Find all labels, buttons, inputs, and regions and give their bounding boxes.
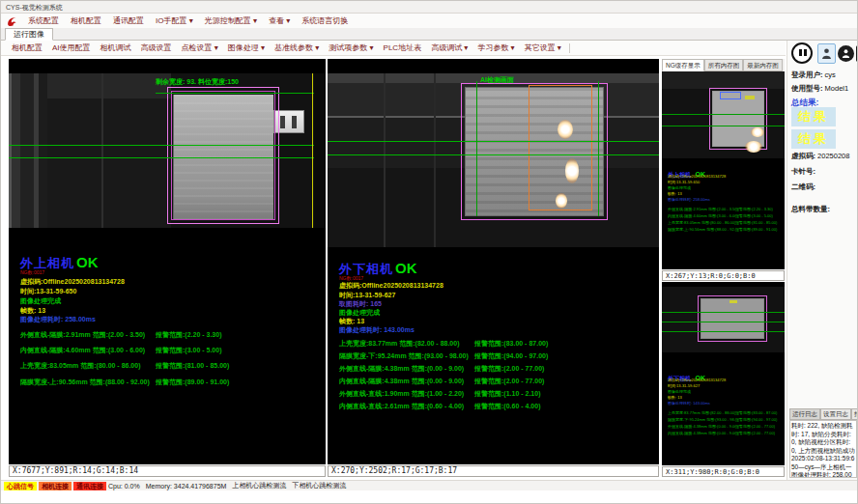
tab-run-log[interactable]: 运行日志 xyxy=(789,408,820,420)
frame-count-line: 帧数: 13 xyxy=(668,191,682,196)
login-user-value[interactable]: cys xyxy=(825,70,836,79)
tool-image-processing[interactable]: 图像处理 ▾ xyxy=(223,41,270,56)
login-user-label: 登录用户: xyxy=(791,70,823,79)
measure-line-1 xyxy=(9,145,326,146)
tool-plc-address-table[interactable]: PLC地址表 xyxy=(379,41,427,56)
tool-spot-check[interactable]: 点检设置 ▾ xyxy=(177,41,223,56)
pin-label: 卡针号: xyxy=(791,167,815,176)
virtual-code-line: 虚拟码:Offline2025020813134728 xyxy=(20,277,125,287)
measurement-row: 隔膜宽度-上:90.56mm 范围:(88.00 - 92.00)报警范围:(8… xyxy=(20,378,281,387)
virtual-code-line: 虚拟码:Offline2025020813134728 xyxy=(668,378,726,382)
virtual-code-line: 虚拟码:Offline2025020813134728 xyxy=(339,281,443,291)
view-tab-row: 运行图像 xyxy=(1,28,858,41)
menu-io-config[interactable]: IO手配置 ▾ xyxy=(150,14,199,28)
tool-baseline-params[interactable]: 基准线参数 ▾ xyxy=(270,41,324,56)
tool-advanced-debug[interactable]: 高级调试 ▾ xyxy=(426,41,472,56)
pixel-coord-readout-preview-lower: X:311;Y:980;R:0;G:0;B:0 xyxy=(662,466,785,477)
toolbar: 相机配置 AI使用配置 相机调试 高级设置 点检设置 ▾ 图像处理 ▾ 基准线参… xyxy=(1,41,786,56)
heartbeat-status-badge: 心跳信号 xyxy=(4,482,37,490)
preview-view-lower[interactable] xyxy=(662,287,785,352)
menu-camera-config[interactable]: 相机配置 xyxy=(65,14,107,28)
process-elapsed-line: 图像处理耗时: 143.00ms xyxy=(339,325,415,335)
cpu-usage: Cpu: 0.0% xyxy=(108,483,140,490)
menu-system-config[interactable]: 系统配置 xyxy=(22,14,65,28)
process-elapsed-line: 图像处理耗时: 143.00ms xyxy=(668,401,710,406)
measure-line-2 xyxy=(662,322,785,322)
measurement-row: 内侧直线-隔膜:4.60mm 范围:(3.00 - 6.00)报警范围:(3.0… xyxy=(20,346,281,355)
upper-camera-heartbeat-stream: 上相机心跳检测流 xyxy=(232,481,286,490)
tab-latest-memory-images[interactable]: 最新内存图 xyxy=(743,59,783,71)
roi-tick-yellow xyxy=(729,300,737,303)
pin-row: 卡针号: xyxy=(791,167,815,177)
lower-camera-heartbeat-stream: 下相机心跳检测流 xyxy=(292,481,346,490)
reflection-flare xyxy=(558,120,573,139)
frame-count-line: 帧数: 13 xyxy=(668,395,682,400)
measure-line-2 xyxy=(9,157,326,158)
camera-connect-badge: 相机连接 xyxy=(39,482,72,490)
reflection-flare xyxy=(556,193,567,209)
model-value[interactable]: Model1 xyxy=(825,84,849,93)
tab-all-memory-images[interactable]: 所有内存图 xyxy=(704,59,744,71)
window-title: CYS-视觉检测系统 xyxy=(6,4,63,11)
memory-usage: Memory: 3424.41796875M xyxy=(146,483,227,490)
image-edge xyxy=(314,73,326,228)
measurement-row: 上壳宽度:83.77mm 范围:(82.00 - 88.00)报警范围:(83.… xyxy=(339,339,600,349)
tool-learning-params[interactable]: 学习参数 ▾ xyxy=(472,41,519,56)
strip-count-row: 总料带数量: xyxy=(791,205,830,214)
camera-panel-lower: AI检测画面 外下相机OK NG数:0017 虚拟码:Offline202502… xyxy=(328,59,659,464)
preview-view-upper[interactable] xyxy=(662,71,785,158)
roi-box-blue xyxy=(720,92,741,99)
user-switch-button[interactable] xyxy=(838,45,854,62)
menu-view[interactable]: 查看 ▾ xyxy=(263,14,296,28)
menu-language-switch[interactable]: 系统语言切换 xyxy=(296,14,354,28)
measurement-row: 外侧直线-直线:1.90mm 范围:(1.00 - 2.20)报警范围:(1.1… xyxy=(339,389,600,399)
measurement-row: 隔膜宽度-上:90.56mm 范围:(88.00 - 92.00)报警范围:(8… xyxy=(668,227,782,232)
camera-name-label: 外上相机 xyxy=(20,256,74,270)
tool-camera-config[interactable]: 相机配置 xyxy=(7,41,47,56)
tab-error-log[interactable]: 报错日志 xyxy=(851,408,858,420)
model-row: 使用型号: Model1 xyxy=(791,84,848,94)
tab-run-image[interactable]: 运行图像 xyxy=(5,28,53,41)
user-dark-icon xyxy=(842,48,850,59)
run-log-text[interactable]: 耗时: 222, 缺陷检测耗时: 17, 缺陷分类耗时: 0, 缺陷视框分区耗时… xyxy=(789,420,857,478)
preview-panel-upper: 外上相机 OK 虚拟码:Offline2025020813134728 时间:1… xyxy=(662,71,785,269)
result-ok-label: OK xyxy=(76,254,99,270)
camera-name-label: 外下相机 xyxy=(339,262,393,276)
pixel-coord-readout-upper: X:7677;Y:891;R:14;G:14;B:14 xyxy=(9,465,326,477)
app-window: CYS-视觉检测系统 系统配置 相机配置 通讯配置 IO手配置 ▾ 光源控制配置… xyxy=(0,0,858,504)
reference-line-yellow xyxy=(312,73,313,228)
tool-camera-debug[interactable]: 相机调试 xyxy=(96,41,136,56)
camera-view-upper[interactable]: 剩余宽度: 93. 料位宽度:150 xyxy=(9,73,326,228)
measurement-row: 内侧直线-直线:2.61mm 范围:(0.60 - 4.00)报警范围:(0.6… xyxy=(339,402,600,411)
menu-comm-config[interactable]: 通讯配置 xyxy=(107,14,150,28)
current-user-button[interactable] xyxy=(817,43,836,64)
tool-advanced-settings[interactable]: 高级设置 xyxy=(136,41,177,56)
time-line: 时间:13-31-59-627 xyxy=(668,383,700,388)
pause-button[interactable] xyxy=(791,42,813,64)
app-logo-icon xyxy=(6,15,17,27)
tab-ng-cache[interactable]: NG缓存显示 xyxy=(662,59,704,71)
roi-box-magenta-inner xyxy=(171,91,275,220)
tool-ai-usage-config[interactable]: AI使用配置 xyxy=(47,41,96,56)
log-tab-row: 运行日志 设置日志 报错日志 xyxy=(789,408,858,420)
measurement-row: 内侧直线-隔膜:4.60mm 范围:(3.00 - 6.00)报警范围:(3.0… xyxy=(668,213,782,218)
process-status-line: 图像处理完成 xyxy=(668,389,691,394)
reflection-flare xyxy=(751,127,764,137)
ng-count-label: NG数:0017 xyxy=(20,269,44,275)
tool-other-settings[interactable]: 其它设置 ▾ xyxy=(520,41,566,56)
measurement-row: 内侧直线-隔膜:4.38mm 范围:(0.00 - 9.00)报警范围:(2.0… xyxy=(339,377,600,386)
virtual-code-line: 虚拟码:Offline2025020813134728 xyxy=(668,174,726,179)
process-status-line: 图像处理完成 xyxy=(668,185,691,190)
tab-settings-log[interactable]: 设置日志 xyxy=(820,408,851,420)
measurement-row: 外侧直线-隔膜:2.91mm 范围:(2.00 - 3.50)报警范围:(2.2… xyxy=(20,330,281,340)
width-overlay-label: 剩余宽度: 93. 料位宽度:150 xyxy=(156,77,239,87)
preview-panel-lower: 外下相机 OK 虚拟码:Offline2025020813134728 时间:1… xyxy=(662,282,785,465)
measurement-row: 上壳宽度:83.05mm 范围:(80.00 - 86.00)报警范围:(81.… xyxy=(20,361,281,371)
tool-test-params[interactable]: 测试项参数 ▾ xyxy=(324,41,378,56)
camera-view-lower[interactable]: AI检测画面 xyxy=(328,73,659,247)
menu-light-config[interactable]: 光源控制配置 ▾ xyxy=(199,14,263,28)
qr-row: 二维码: xyxy=(791,182,815,192)
pause-icon xyxy=(791,42,813,64)
measure-line-1 xyxy=(328,141,659,142)
result-badge-upper: 结果 xyxy=(791,107,836,126)
